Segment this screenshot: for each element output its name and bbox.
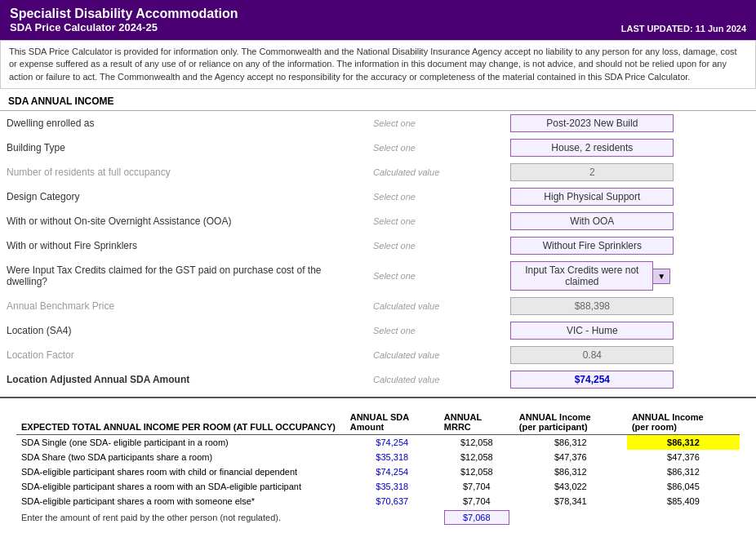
row-per-room: $47,376 (627, 450, 740, 464)
design-category-cell: High Physical Support (504, 184, 756, 209)
location-factor-cell: 0.84 (504, 343, 756, 367)
last-updated: LAST UPDATED: 11 Jun 2024 (621, 24, 746, 33)
last-updated-label: LAST UPDATED: (621, 24, 693, 33)
tax-credits-row: Were Input Tax Credits claimed for the G… (0, 258, 756, 294)
location-hint: Select one (367, 318, 504, 343)
sprinklers-value[interactable]: Without Fire Sprinklers (510, 237, 674, 255)
row-per-participant: $47,376 (514, 450, 627, 464)
header: Specialist Disability Accommodation SDA … (0, 0, 756, 40)
income-table-row: SDA Single (one SDA- eligible participan… (16, 435, 740, 451)
location-factor-label: Location Factor (0, 343, 367, 367)
sprinklers-hint: Select one (367, 233, 504, 258)
building-type-row: Building Type Select one House, 2 reside… (0, 135, 756, 160)
income-table: EXPECTED TOTAL ANNUAL INCOME PER ROOM (A… (16, 410, 740, 526)
row-per-room: $86,312 (627, 435, 740, 451)
income-table-header: EXPECTED TOTAL ANNUAL INCOME PER ROOM (A… (16, 410, 740, 435)
income-table-row: SDA-eligible participant shares a room w… (16, 494, 740, 509)
tax-credits-dropdown[interactable]: Input Tax Credits were not claimed ▼ (510, 261, 749, 291)
benchmark-cell: $88,398 (504, 294, 756, 318)
location-cell: VIC - Hume (504, 318, 756, 343)
building-type-cell: House, 2 residents (504, 135, 756, 160)
col-mrrc-header: ANNUAL MRRC (439, 410, 514, 435)
row-sda: $74,254 (345, 435, 439, 451)
tax-credits-arrow[interactable]: ▼ (652, 269, 670, 284)
residents-hint: Calculated value (367, 160, 504, 184)
rent-row: Enter the amount of rent paid by the oth… (16, 509, 740, 526)
benchmark-value: $88,398 (510, 297, 674, 315)
building-type-value[interactable]: House, 2 residents (510, 139, 674, 157)
row-per-room: $86,045 (627, 479, 740, 494)
adjusted-value: $74,254 (510, 371, 674, 389)
rent-input-cell: $7,068 (439, 509, 740, 526)
location-factor-value: 0.84 (510, 346, 674, 364)
tax-credits-label: Were Input Tax Credits claimed for the G… (0, 258, 367, 294)
dwelling-enrolled-value[interactable]: Post-2023 New Build (510, 114, 674, 132)
residents-row: Number of residents at full occupancy Ca… (0, 160, 756, 184)
location-value[interactable]: VIC - Hume (510, 322, 674, 340)
dwelling-enrolled-row: Dwelling enrolled as Select one Post-202… (0, 111, 756, 135)
building-type-label: Building Type (0, 135, 367, 160)
income-table-row: SDA-eligible participant shares a room w… (16, 479, 740, 494)
disclaimer: This SDA Price Calculator is provided fo… (0, 40, 756, 89)
tax-credits-hint: Select one (367, 258, 504, 294)
last-updated-value: 11 Jun 2024 (696, 24, 746, 33)
design-category-row: Design Category Select one High Physical… (0, 184, 756, 209)
dwelling-enrolled-hint: Select one (367, 111, 504, 135)
row-sda: $70,637 (345, 494, 439, 509)
benchmark-hint: Calculated value (367, 294, 504, 318)
design-category-value[interactable]: High Physical Support (510, 188, 674, 206)
ooa-value[interactable]: With OOA (510, 212, 674, 230)
sprinklers-label: With or without Fire Sprinklers (0, 233, 367, 258)
ooa-row: With or without On-site Overnight Assist… (0, 209, 756, 233)
building-type-hint: Select one (367, 135, 504, 160)
residents-value: 2 (510, 163, 674, 181)
residents-label: Number of residents at full occupancy (0, 160, 367, 184)
tax-credits-cell: Input Tax Credits were not claimed ▼ (504, 258, 756, 294)
sprinklers-row: With or without Fire Sprinklers Select o… (0, 233, 756, 258)
section-title: SDA ANNUAL INCOME (0, 89, 756, 111)
adjusted-label: Location Adjusted Annual SDA Amount (0, 367, 367, 392)
location-factor-hint: Calculated value (367, 343, 504, 367)
row-desc: SDA-eligible participant shares a room w… (16, 494, 345, 509)
income-table-body: SDA Single (one SDA- eligible participan… (16, 435, 740, 527)
benchmark-row: Annual Benchmark Price Calculated value … (0, 294, 756, 318)
header-left: Specialist Disability Accommodation SDA … (10, 7, 238, 33)
form-table: Dwelling enrolled as Select one Post-202… (0, 111, 756, 392)
col-per-participant-header: ANNUAL Income (per participant) (514, 410, 627, 435)
adjusted-cell: $74,254 (504, 367, 756, 392)
row-desc: SDA-eligible participant shares a room w… (16, 479, 345, 494)
row-sda: $74,254 (345, 464, 439, 479)
adjusted-row: Location Adjusted Annual SDA Amount Calc… (0, 367, 756, 392)
row-per-participant: $86,312 (514, 464, 627, 479)
ooa-label: With or without On-site Overnight Assist… (0, 209, 367, 233)
benchmark-label: Annual Benchmark Price (0, 294, 367, 318)
row-desc: SDA-eligible participant shares room wit… (16, 464, 345, 479)
row-mrrc: $12,058 (439, 464, 514, 479)
app-subtitle: SDA Price Calculator 2024-25 (10, 21, 238, 33)
location-factor-row: Location Factor Calculated value 0.84 (0, 343, 756, 367)
dwelling-enrolled-label: Dwelling enrolled as (0, 111, 367, 135)
row-mrrc: $7,704 (439, 494, 514, 509)
ooa-hint: Select one (367, 209, 504, 233)
rent-input[interactable]: $7,068 (444, 510, 509, 525)
dwelling-enrolled-cell: Post-2023 New Build (504, 111, 756, 135)
design-category-hint: Select one (367, 184, 504, 209)
tax-credits-value[interactable]: Input Tax Credits were not claimed (510, 261, 653, 291)
col-per-room-header: ANNUAL Income (per room) (627, 410, 740, 435)
row-per-room: $85,409 (627, 494, 740, 509)
design-category-label: Design Category (0, 184, 367, 209)
row-mrrc: $12,058 (439, 450, 514, 464)
row-per-participant: $78,341 (514, 494, 627, 509)
rent-note: Enter the amount of rent paid by the oth… (16, 509, 439, 526)
location-row: Location (SA4) Select one VIC - Hume (0, 318, 756, 343)
adjusted-hint: Calculated value (367, 367, 504, 392)
app-title: Specialist Disability Accommodation (10, 7, 238, 21)
ooa-cell: With OOA (504, 209, 756, 233)
row-per-room: $86,312 (627, 464, 740, 479)
income-table-row: SDA Share (two SDA participants share a … (16, 450, 740, 464)
row-per-participant: $43,022 (514, 479, 627, 494)
col-desc-header: EXPECTED TOTAL ANNUAL INCOME PER ROOM (A… (16, 410, 345, 435)
row-mrrc: $7,704 (439, 479, 514, 494)
sprinklers-cell: Without Fire Sprinklers (504, 233, 756, 258)
col-sda-header: ANNUAL SDA Amount (345, 410, 439, 435)
